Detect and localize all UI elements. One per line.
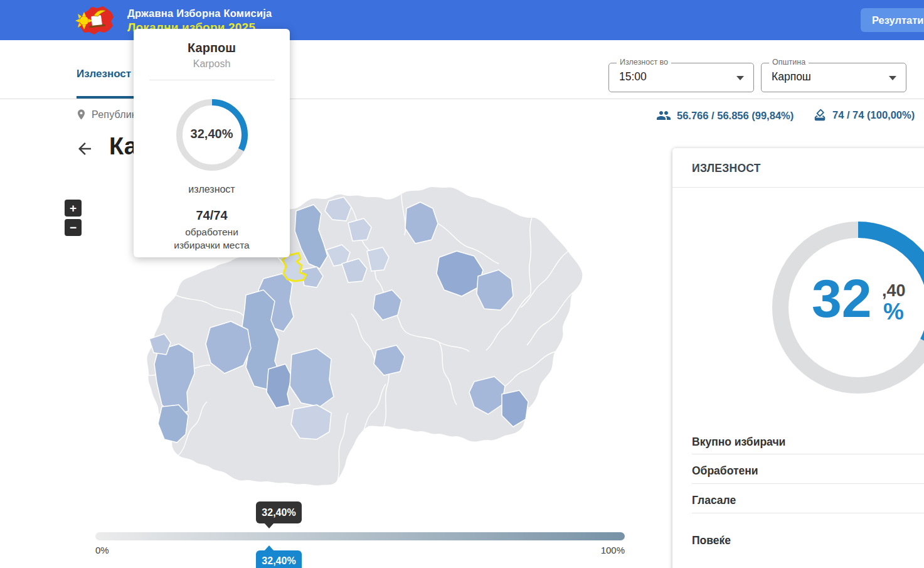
app-window: + − 32,40% 0% 100% 32,40% Државна Изборн… (0, 0, 924, 568)
popup-turnout-percent: 32,40% (171, 127, 253, 141)
slider-handle-tooltip[interactable]: 32,40% (256, 550, 302, 568)
row-divider (692, 513, 924, 513)
turnout-value-percent-sign: % (883, 299, 904, 325)
popup-municipality-name-latin: Karposh (134, 58, 290, 70)
popup-stations-count: 74/74 (134, 208, 290, 223)
row-divider (692, 454, 924, 454)
election-commission-logo[interactable] (75, 4, 117, 37)
popup-municipality-name: Карпош (134, 41, 290, 55)
popup-stations-label: обработени избирачки места (134, 226, 290, 252)
results-button[interactable]: Резултати (861, 8, 924, 32)
voted-row-label: Гласале (692, 494, 736, 507)
municipality-popup: Карпош Karposh 32,40% излезност 74/74 об… (134, 29, 290, 257)
more-link[interactable]: Повеќе (692, 534, 731, 547)
popup-donut-chart: 32,40% (171, 94, 253, 176)
processed-row-label: Обработени (692, 464, 758, 478)
turnout-value-decimals: ,40 (882, 281, 906, 301)
org-title: Државна Изборна Комисија (127, 8, 272, 19)
popup-turnout-label: излезност (134, 184, 290, 195)
turnout-value-integer: 32 (812, 271, 872, 325)
total-voters-row-label: Вкупно избирачи (692, 436, 785, 449)
turnout-panel-title: ИЗЛЕЗНОСТ (692, 162, 761, 175)
popup-divider (149, 80, 275, 80)
slider-value-tooltip: 32,40% (256, 501, 302, 523)
turnout-panel: ИЗЛЕЗНОСТ 32 ,40 % Вкупно избирачи Обраб… (672, 148, 924, 568)
row-divider (692, 483, 924, 484)
